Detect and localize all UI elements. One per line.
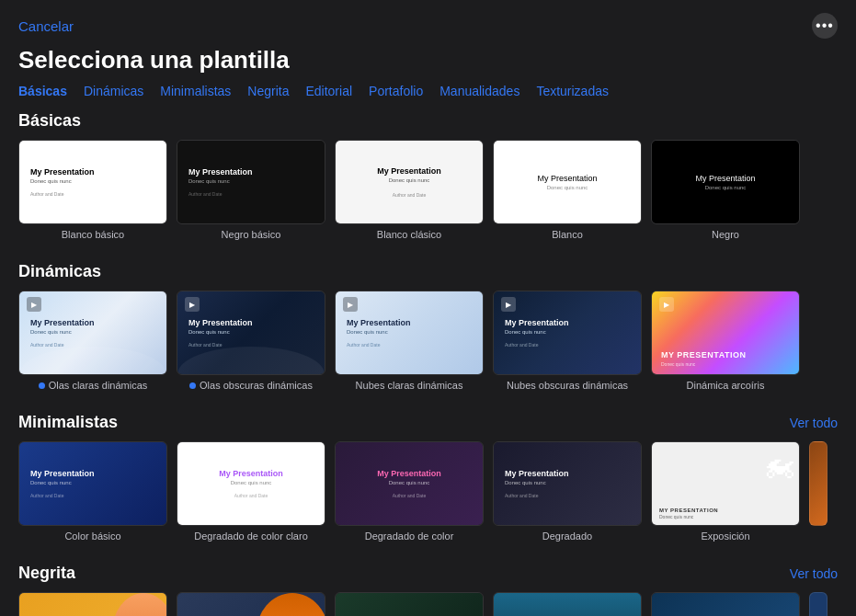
section-basics-title: Básicas xyxy=(18,111,81,131)
template-label-color-basic: Color básico xyxy=(64,530,120,542)
thumb-author: Author and Date xyxy=(505,493,630,498)
turtle-decoration: 🐢 xyxy=(494,593,641,616)
template-clouds-dark[interactable]: ▶ My Presentation Donec quis nunc Author… xyxy=(493,291,642,391)
thumb-title: My Presentation xyxy=(30,469,155,478)
section-dynamics-header: Dinámicas xyxy=(0,262,856,291)
section-minimalists-title: Minimalistas xyxy=(18,413,118,432)
thumb-title: My Presentation xyxy=(188,167,314,177)
thumb-sub: Donec quis nunc xyxy=(547,185,588,190)
template-label-color-gradient-light: Degradado de color claro xyxy=(194,530,308,542)
templates-row-minimalists: My Presentation Donec quis nunc Author a… xyxy=(0,441,856,542)
template-thumb-clouds-dark: ▶ My Presentation Donec quis nunc Author… xyxy=(493,291,642,375)
template-thumb-waves-dark: ▶ My Presentation Donec quis nunc Author… xyxy=(177,291,325,375)
tab-basics[interactable]: Básicas xyxy=(18,84,67,98)
section-minimalists-header: Minimalistas Ver todo xyxy=(0,413,856,441)
template-thumb-bold-1: MY PRESENTATION xyxy=(18,592,167,616)
template-thumb-color-gradient-light: My Presentation Donec quis nunc Author a… xyxy=(177,441,325,526)
thumb-sub: Donec quis nunc xyxy=(30,178,155,184)
template-thumb-bold-4: 🐢 Donec quis nunc xyxy=(493,592,642,616)
template-clouds-light[interactable]: ▶ My Presentation Donec quis nunc Author… xyxy=(335,291,484,391)
template-rainbow[interactable]: ▶ My Presentation Donec quis nunc Dinámi… xyxy=(651,291,800,391)
thumb-sub: Donec quis nunc xyxy=(30,329,155,335)
template-waves-dark[interactable]: ▶ My Presentation Donec quis nunc Author… xyxy=(177,291,325,391)
play-icon: ▶ xyxy=(501,297,516,312)
see-all-minimalists-button[interactable]: Ver todo xyxy=(790,416,838,430)
template-thumb-bold-2: MY PRESENTATION xyxy=(177,592,325,616)
template-label-white: Blanco xyxy=(552,229,583,240)
template-label-gradient: Degradado xyxy=(542,530,592,542)
template-color-gradient[interactable]: My Presentation Donec quis nunc Author a… xyxy=(335,441,484,542)
template-thumb-bold-5: MY PRESENTATION xyxy=(651,592,800,616)
thumb-sub: Donec quis nunc xyxy=(30,480,155,485)
template-bold-3[interactable]: MY PRESENTATION Donec quis nunc xyxy=(335,592,484,616)
template-label-exposition: Exposición xyxy=(701,530,749,542)
template-label-waves-dark: Olas obscuras dinámicas xyxy=(189,380,313,391)
tab-minimalists[interactable]: Minimalistas xyxy=(160,84,231,98)
thumb-title: My Presentation xyxy=(377,469,441,478)
template-label-clouds-dark: Nubes obscuras dinámicas xyxy=(507,380,628,391)
section-bold: Negrita Ver todo MY PRESENTATION xyxy=(0,564,856,616)
template-bold-4[interactable]: 🐢 Donec quis nunc xyxy=(493,592,642,616)
see-all-bold-button[interactable]: Ver todo xyxy=(790,566,838,581)
person-decoration xyxy=(111,593,166,616)
template-label-waves-light: Olas claras dinámicas xyxy=(39,380,148,391)
thumb-sub: Donec quis nunc xyxy=(661,361,790,367)
template-thumb-gradient: My Presentation Donec quis nunc Author a… xyxy=(493,441,642,526)
thumb-title: My Presentation xyxy=(30,167,155,177)
header: Cancelar ••• xyxy=(0,0,856,46)
template-thumb-black: My Presentation Donec quis nunc xyxy=(651,140,800,224)
template-thumb-partial xyxy=(809,441,827,526)
template-black-basic[interactable]: My Presentation Donec quis nunc Author a… xyxy=(177,140,325,240)
template-white-classic[interactable]: My Presentation Donec quis nunc Author a… xyxy=(335,140,484,240)
tab-bold[interactable]: Negrita xyxy=(247,84,289,98)
thumb-sub: Donec quis nunc xyxy=(188,329,314,335)
thumb-author: Author and Date xyxy=(347,342,472,348)
template-label-white-basic: Blanco básico xyxy=(62,229,125,240)
thumb-title: My Presentation xyxy=(695,174,755,183)
dot-indicator xyxy=(189,382,196,389)
thumb-title: My Presentation xyxy=(505,469,630,478)
template-exposition[interactable]: 🏍 MY PRESENTATION Donec quis nunc Exposi… xyxy=(651,441,800,542)
thumb-title: My Presentation xyxy=(377,166,441,176)
cancel-button[interactable]: Cancelar xyxy=(18,18,74,34)
play-icon: ▶ xyxy=(343,297,358,312)
thumb-title: My Presentation xyxy=(219,469,283,478)
thumb-title: MY PRESENTATION xyxy=(659,508,792,513)
section-dynamics: Dinámicas ▶ My Presentation Donec quis n… xyxy=(0,262,856,391)
template-thumb-waves-light: ▶ My Presentation Donec quis nunc Author… xyxy=(18,291,167,375)
template-thumb-bold-3: MY PRESENTATION xyxy=(335,592,484,616)
tab-portfolio[interactable]: Portafolio xyxy=(369,84,423,98)
template-label-black-basic: Negro básico xyxy=(222,229,281,240)
thumb-author: Author and Date xyxy=(393,493,426,498)
template-bold-2[interactable]: MY PRESENTATION xyxy=(177,592,325,616)
template-bold-5[interactable]: MY PRESENTATION xyxy=(651,592,800,616)
tab-crafts[interactable]: Manualidades xyxy=(439,84,519,98)
thumb-title: My Presentation xyxy=(537,174,597,183)
template-color-gradient-light[interactable]: My Presentation Donec quis nunc Author a… xyxy=(177,441,325,542)
template-gradient[interactable]: My Presentation Donec quis nunc Author a… xyxy=(493,441,642,542)
tab-editorial[interactable]: Editorial xyxy=(305,84,352,98)
more-button[interactable]: ••• xyxy=(812,13,838,39)
templates-row-bold: MY PRESENTATION MY PRESENTATION xyxy=(0,592,856,616)
template-bold-1[interactable]: MY PRESENTATION xyxy=(18,592,167,616)
section-basics: Básicas My Presentation Donec quis nunc … xyxy=(0,111,856,240)
wave-decoration xyxy=(177,347,325,374)
thumb-sub: Donec quis nunc xyxy=(705,185,747,190)
template-white[interactable]: My Presentation Donec quis nunc Blanco xyxy=(493,140,642,240)
tab-textured[interactable]: Texturizadas xyxy=(536,84,609,98)
template-black[interactable]: My Presentation Donec quis nunc Negro xyxy=(651,140,800,240)
template-thumb-partial-bold xyxy=(809,592,827,616)
thumb-author: Author and Date xyxy=(393,192,426,198)
person-decoration xyxy=(256,593,325,616)
template-waves-light[interactable]: ▶ My Presentation Donec quis nunc Author… xyxy=(18,291,167,391)
tab-dynamics[interactable]: Dinámicas xyxy=(84,84,143,98)
template-thumb-white-basic: My Presentation Donec quis nunc Author a… xyxy=(18,140,167,224)
dot-indicator xyxy=(39,382,45,389)
template-partial-minimalists xyxy=(809,441,827,542)
template-white-basic[interactable]: My Presentation Donec quis nunc Author a… xyxy=(18,140,167,240)
template-thumb-color-basic: My Presentation Donec quis nunc Author a… xyxy=(18,441,167,526)
templates-row-dynamics: ▶ My Presentation Donec quis nunc Author… xyxy=(0,291,856,391)
thumb-sub: Donec quis nunc xyxy=(231,480,272,485)
play-icon: ▶ xyxy=(659,297,674,312)
template-color-basic[interactable]: My Presentation Donec quis nunc Author a… xyxy=(18,441,167,542)
